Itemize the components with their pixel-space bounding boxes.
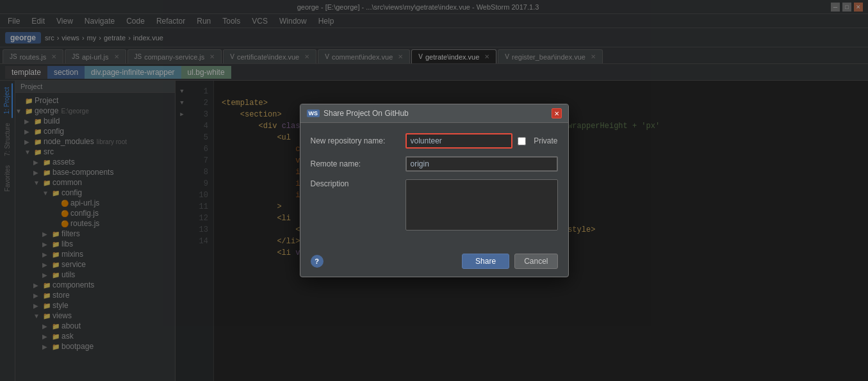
description-input[interactable] (405, 179, 558, 231)
share-button[interactable]: Share (462, 254, 509, 269)
modal-close-button[interactable]: ✕ (552, 108, 562, 118)
remote-name-input[interactable] (405, 156, 558, 172)
description-label: Description (311, 179, 400, 188)
ws-logo: WS (307, 109, 320, 117)
modal-body: New repository name: Private Remote name… (300, 123, 568, 248)
description-row: Description (311, 179, 558, 231)
repo-name-label: New repository name: (311, 136, 400, 145)
remote-name-label: Remote name: (311, 159, 400, 168)
modal-title-bar: WS Share Project On GitHub ✕ (300, 104, 568, 123)
private-label: Private (534, 136, 557, 145)
repo-name-input[interactable] (405, 133, 513, 149)
help-button[interactable]: ? (311, 255, 323, 268)
private-checkbox[interactable] (518, 137, 526, 145)
share-github-modal: WS Share Project On GitHub ✕ New reposit… (300, 104, 569, 277)
remote-name-row: Remote name: (311, 156, 558, 172)
modal-footer: ? Share Cancel (300, 248, 568, 277)
cancel-button[interactable]: Cancel (514, 254, 557, 269)
modal-title: Share Project On GitHub (323, 109, 548, 118)
modal-overlay: WS Share Project On GitHub ✕ New reposit… (0, 0, 868, 381)
repo-name-row: New repository name: Private (311, 133, 558, 149)
